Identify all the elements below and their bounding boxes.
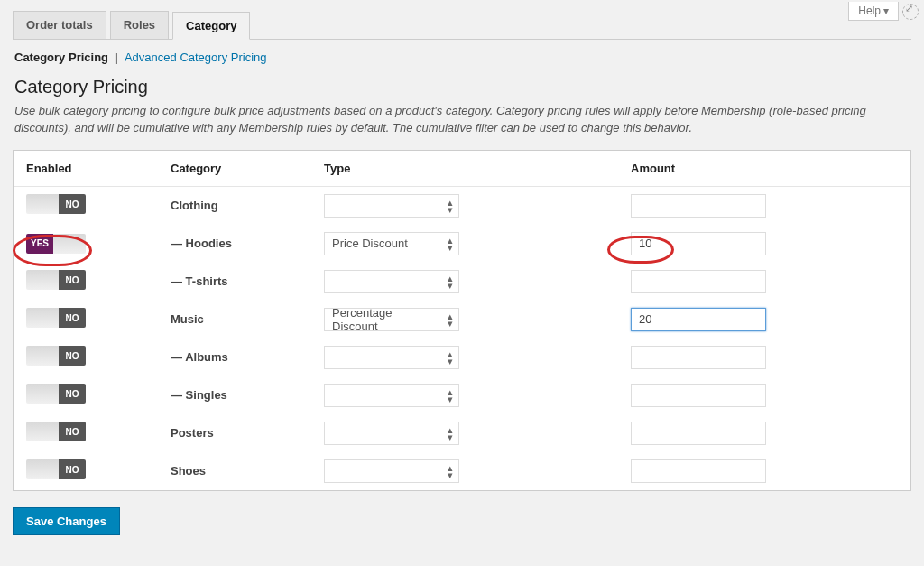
category-name: — Hoodies [171,237,232,250]
toggle-knob: NO [59,194,86,214]
section-description: Use bulk category pricing to configure b… [14,103,910,137]
toggle-knob: NO [59,270,86,290]
col-category: Category [158,151,311,187]
chevron-down-icon: ▾ [883,5,889,17]
amount-input[interactable] [631,384,766,407]
toggle-knob: NO [59,346,86,366]
toggle-track [26,308,59,328]
updown-icon: ▴ ▾ [448,199,453,213]
help-label: Help [858,5,881,17]
table-row: NOMusicPercentage Discount▴ ▾ [14,301,910,339]
enabled-toggle[interactable]: NO [26,459,86,479]
subnav-advanced-link[interactable]: Advanced Category Pricing [125,51,267,64]
toggle-track [26,270,59,290]
toggle-knob: NO [59,384,86,404]
amount-input[interactable] [631,422,766,445]
enabled-toggle[interactable]: NO [26,422,86,441]
subnav-separator: | [116,51,118,64]
type-select[interactable]: ▴ ▾ [324,270,459,293]
updown-icon: ▴ ▾ [448,388,453,403]
tabs: Order totals Roles Category [13,11,911,40]
category-name: — Albums [171,350,228,364]
toggle-track [26,384,59,404]
enabled-toggle[interactable]: NO [26,194,86,214]
enabled-toggle[interactable]: NO [26,346,86,366]
updown-icon: ▴ ▾ [448,312,453,327]
table-row: NO— Singles▴ ▾ [14,376,910,414]
col-enabled: Enabled [14,151,158,187]
toggle-track [53,234,86,254]
subnav: Category Pricing | Advanced Category Pri… [14,51,911,64]
table-row: NOClothing▴ ▾ [14,186,910,225]
category-name: Music [171,312,204,326]
toggle-track [26,346,59,366]
toggle-knob: NO [59,308,86,328]
updown-icon: ▴ ▾ [448,274,453,289]
enabled-toggle[interactable]: NO [26,384,86,404]
type-select[interactable]: ▴ ▾ [324,384,459,407]
tab-roles[interactable]: Roles [110,11,169,39]
category-name: — T-shirts [171,274,228,288]
updown-icon: ▴ ▾ [448,350,453,365]
updown-icon: ▴ ▾ [448,464,453,478]
type-select[interactable]: Percentage Discount▴ ▾ [324,308,459,331]
type-select-value: Price Discount [332,237,408,250]
enabled-toggle[interactable]: NO [26,308,86,328]
subnav-current: Category Pricing [14,51,108,64]
type-select[interactable]: ▴ ▾ [324,194,459,218]
amount-input[interactable] [631,459,766,483]
toggle-track [26,459,59,479]
toggle-track [26,194,59,214]
toggle-knob: NO [59,459,86,479]
table-row: NOPosters▴ ▾ [14,414,910,452]
category-name: — Singles [171,388,227,402]
updown-icon: ▴ ▾ [448,426,453,441]
toggle-track [26,422,59,441]
amount-input[interactable] [631,194,766,218]
help-tab[interactable]: Help ▾ [848,2,899,21]
type-select[interactable]: ▴ ▾ [324,422,459,445]
col-amount: Amount [618,151,910,187]
enabled-toggle[interactable]: NO [26,270,86,290]
toggle-knob: YES [26,234,53,254]
table-row: YES— HoodiesPrice Discount▴ ▾ [14,225,910,263]
amount-input[interactable] [631,232,766,255]
category-name: Clothing [171,199,218,212]
col-type: Type [311,151,618,187]
type-select[interactable]: Price Discount▴ ▾ [324,232,459,255]
table-row: NOShoes▴ ▾ [14,452,910,490]
page-title: Category Pricing [14,77,911,97]
category-name: Shoes [171,464,206,478]
updown-icon: ▴ ▾ [448,237,453,251]
tab-category[interactable]: Category [172,12,250,40]
enabled-toggle[interactable]: YES [26,234,86,254]
table-row: NO— T-shirts▴ ▾ [14,263,910,301]
amount-input[interactable] [631,346,766,369]
category-name: Posters [171,426,214,440]
table-row: NO— Albums▴ ▾ [14,339,910,376]
fullscreen-icon[interactable] [902,4,919,20]
pricing-table: Enabled Category Type Amount NOClothing▴… [14,151,910,490]
type-select-value: Percentage Discount [332,306,439,333]
amount-input[interactable] [631,308,766,331]
amount-input[interactable] [631,270,766,293]
tab-order-totals[interactable]: Order totals [13,11,106,39]
type-select[interactable]: ▴ ▾ [324,459,459,483]
type-select[interactable]: ▴ ▾ [324,346,459,369]
toggle-knob: NO [59,422,86,441]
save-button[interactable]: Save Changes [13,507,120,535]
